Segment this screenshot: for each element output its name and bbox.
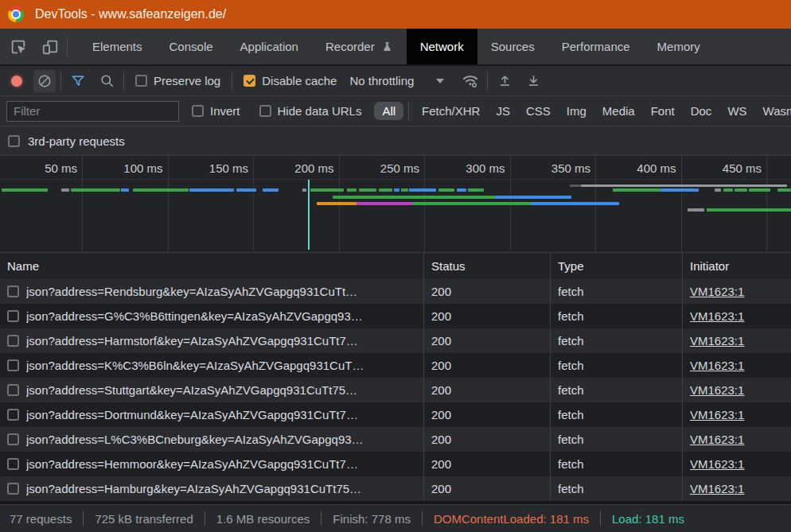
type-filter-ws[interactable]: WS [719, 102, 754, 120]
preserve-log-checkbox[interactable] [135, 75, 147, 87]
type-filter-media[interactable]: Media [594, 102, 643, 120]
initiator-link[interactable]: VM1623:1 [690, 433, 744, 446]
network-toolbar: Preserve log Disable cache No throttling [0, 66, 791, 95]
tab-console[interactable]: Console [156, 29, 227, 64]
name-cell[interactable]: json?address=G%C3%B6ttingen&key=AIzaSyAh… [0, 304, 424, 328]
tab-network[interactable]: Network [407, 29, 477, 64]
timeline-gridline [766, 156, 767, 252]
disable-cache-checkbox[interactable] [244, 75, 255, 87]
initiator-cell: VM1623:1 [683, 279, 791, 304]
hide-data-urls-checkbox[interactable] [259, 105, 271, 117]
table-row[interactable]: json?address=Hemmoor&key=AIzaSyAhZVGapgq… [0, 452, 791, 476]
network-overview-timeline[interactable]: 50 ms100 ms150 ms200 ms250 ms300 ms350 m… [0, 155, 791, 252]
table-row[interactable]: json?address=Harmstorf&key=AIzaSyAhZVGap… [0, 328, 791, 353]
waterfall-bar [438, 188, 454, 192]
type-filter-img[interactable]: Img [559, 102, 594, 120]
type-filter-fetchxhr[interactable]: Fetch/XHR [414, 102, 488, 120]
search-icon[interactable] [95, 69, 119, 93]
row-checkbox[interactable] [7, 359, 19, 371]
row-checkbox[interactable] [7, 285, 19, 297]
network-conditions-icon[interactable] [458, 69, 482, 93]
initiator-link[interactable]: VM1623:1 [690, 309, 744, 323]
device-toolbar-icon[interactable] [38, 35, 62, 59]
type-filter-js[interactable]: JS [488, 102, 518, 120]
name-cell[interactable]: json?address=Rendsburg&key=AIzaSyAhZVGap… [0, 279, 424, 304]
import-har-icon[interactable] [493, 69, 516, 93]
clear-button[interactable] [33, 70, 56, 92]
type-filter-wasm[interactable]: Wasm [755, 102, 791, 120]
devtools-window: DevTools - www.safeanzeigen.de/ Elements… [0, 0, 791, 532]
timeline-tick-label: 200 ms [266, 161, 334, 175]
filter-icon[interactable] [66, 69, 90, 93]
timeline-tick-label: 250 ms [351, 161, 419, 175]
initiator-link[interactable]: VM1623:1 [690, 457, 744, 471]
third-party-checkbox[interactable] [8, 135, 20, 147]
tab-performance[interactable]: Performance [548, 29, 644, 64]
row-checkbox[interactable] [7, 310, 19, 322]
row-checkbox[interactable] [7, 384, 19, 396]
status-cell: 200 [424, 279, 551, 304]
tab-label: Elements [92, 40, 142, 53]
record-button[interactable] [11, 76, 22, 87]
inspect-element-icon[interactable] [6, 35, 30, 59]
table-row[interactable]: json?address=K%C3%B6ln&key=AIzaSyAhZVGap… [0, 353, 791, 378]
tab-application[interactable]: Application [227, 29, 312, 64]
request-name: json?address=K%C3%B6ln&key=AIzaSyAhZVGap… [26, 359, 364, 372]
table-row[interactable]: json?address=Stuttgart&key=AIzaSyAhZVGap… [0, 378, 791, 402]
table-row[interactable]: json?address=Hamburg&key=AIzaSyAhZVGapgq… [0, 476, 791, 501]
tab-memory[interactable]: Memory [644, 29, 714, 64]
invert-checkbox[interactable] [192, 105, 204, 117]
initiator-link[interactable]: VM1623:1 [690, 482, 744, 495]
waterfall-bar [495, 196, 571, 199]
invert-toggle[interactable]: Invert [185, 104, 247, 118]
table-row[interactable]: json?address=Rendsburg&key=AIzaSyAhZVGap… [0, 279, 791, 304]
row-checkbox[interactable] [7, 458, 19, 470]
row-checkbox[interactable] [7, 335, 19, 347]
tab-recorder[interactable]: Recorder [312, 29, 407, 64]
export-har-icon[interactable] [521, 69, 545, 93]
title-bar: DevTools - www.safeanzeigen.de/ [0, 0, 791, 29]
column-header-initiator[interactable]: Initiator [683, 253, 791, 279]
summary-status-bar: 77 requests725 kB transferred1.6 MB reso… [0, 504, 791, 532]
hide-data-urls-toggle[interactable]: Hide data URLs [253, 104, 368, 118]
tab-sources[interactable]: Sources [477, 29, 548, 64]
type-filter-all[interactable]: All [374, 102, 403, 120]
request-name: json?address=Hemmoor&key=AIzaSyAhZVGapgq… [26, 457, 358, 471]
name-cell[interactable]: json?address=Hamburg&key=AIzaSyAhZVGapgq… [0, 476, 424, 501]
table-row[interactable]: json?address=G%C3%B6ttingen&key=AIzaSyAh… [0, 304, 791, 328]
type-filter-css[interactable]: CSS [518, 102, 559, 120]
type-filter-font[interactable]: Font [643, 102, 683, 120]
name-cell[interactable]: json?address=L%C3%BCneburg&key=AIzaSyAhZ… [0, 427, 424, 452]
preserve-log-toggle[interactable]: Preserve log [129, 74, 227, 87]
throttling-dropdown[interactable]: No throttling [348, 74, 450, 87]
name-cell[interactable]: json?address=Stuttgart&key=AIzaSyAhZVGap… [0, 378, 424, 402]
waterfall-bar [401, 188, 408, 192]
status-cell: 200 [424, 328, 551, 353]
initiator-link[interactable]: VM1623:1 [690, 334, 744, 348]
timeline-tick-label: 300 ms [437, 161, 505, 175]
row-checkbox[interactable] [7, 433, 19, 445]
table-row[interactable]: json?address=Dortmund&key=AIzaSyAhZVGapg… [0, 402, 791, 427]
column-header-status[interactable]: Status [424, 253, 551, 279]
disable-cache-toggle[interactable]: Disable cache [237, 74, 343, 87]
initiator-link[interactable]: VM1623:1 [690, 285, 744, 298]
column-header-type[interactable]: Type [551, 253, 683, 279]
column-header-name[interactable]: Name [0, 253, 424, 279]
name-cell[interactable]: json?address=Dortmund&key=AIzaSyAhZVGapg… [0, 402, 424, 427]
row-checkbox[interactable] [7, 483, 19, 495]
type-cell: fetch [551, 402, 683, 427]
name-cell[interactable]: json?address=Hemmoor&key=AIzaSyAhZVGapgq… [0, 452, 424, 476]
table-row[interactable]: json?address=L%C3%BCneburg&key=AIzaSyAhZ… [0, 427, 791, 452]
tab-elements[interactable]: Elements [79, 29, 156, 64]
name-cell[interactable]: json?address=Harmstorf&key=AIzaSyAhZVGap… [0, 328, 424, 353]
name-cell[interactable]: json?address=K%C3%B6ln&key=AIzaSyAhZVGap… [0, 353, 424, 378]
row-checkbox[interactable] [7, 409, 19, 421]
initiator-link[interactable]: VM1623:1 [690, 408, 744, 421]
filter-input[interactable] [6, 101, 179, 122]
initiator-link[interactable]: VM1623:1 [690, 359, 744, 372]
request-name: json?address=G%C3%B6ttingen&key=AIzaSyAh… [26, 309, 363, 323]
status-item: 77 requests [10, 512, 72, 526]
type-filter-doc[interactable]: Doc [683, 102, 720, 120]
initiator-link[interactable]: VM1623:1 [690, 383, 744, 397]
tab-label: Sources [491, 40, 535, 53]
